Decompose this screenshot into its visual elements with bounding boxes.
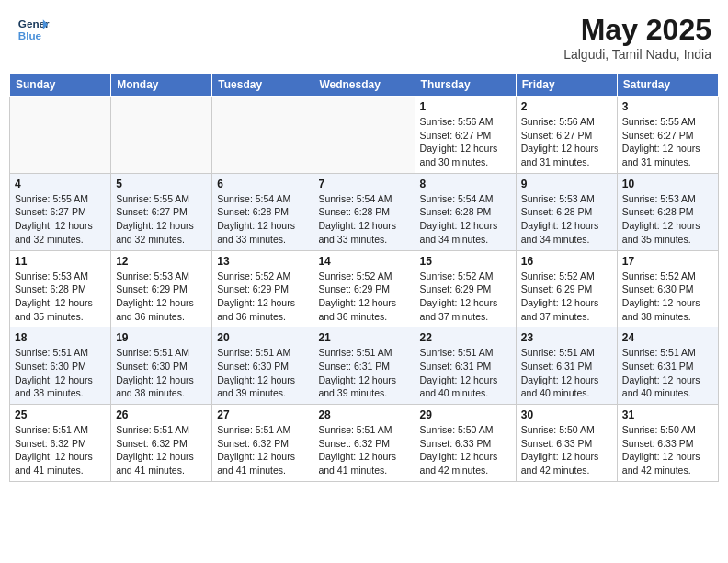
day-cell: 19Sunrise: 5:51 AM Sunset: 6:30 PM Dayli…: [111, 327, 212, 405]
day-cell: 30Sunrise: 5:50 AM Sunset: 6:33 PM Dayli…: [516, 405, 617, 482]
day-info: Sunrise: 5:55 AM Sunset: 6:27 PM Dayligh…: [15, 192, 106, 247]
day-info: Sunrise: 5:51 AM Sunset: 6:32 PM Dayligh…: [217, 423, 308, 477]
day-info: Sunrise: 5:56 AM Sunset: 6:27 PM Dayligh…: [420, 115, 511, 169]
logo: General Blue: [17, 13, 50, 46]
day-info: Sunrise: 5:55 AM Sunset: 6:27 PM Dayligh…: [622, 115, 713, 169]
day-cell: 14Sunrise: 5:52 AM Sunset: 6:29 PM Dayli…: [313, 250, 415, 327]
weekday-header-monday: Monday: [111, 74, 212, 97]
day-number: 16: [521, 255, 612, 268]
day-cell: [313, 97, 415, 174]
day-cell: [111, 97, 212, 174]
day-number: 30: [521, 408, 612, 421]
title-block: May 2025 Lalgudi, Tamil Nadu, India: [563, 13, 711, 62]
day-number: 20: [217, 331, 308, 344]
day-number: 13: [217, 255, 308, 268]
day-number: 24: [622, 331, 713, 344]
day-number: 17: [622, 255, 713, 268]
day-number: 6: [217, 178, 308, 190]
day-cell: 10Sunrise: 5:53 AM Sunset: 6:28 PM Dayli…: [617, 173, 718, 250]
weekday-header-friday: Friday: [516, 74, 617, 97]
month-title: May 2025: [563, 13, 711, 47]
day-number: 3: [622, 100, 713, 113]
day-cell: 29Sunrise: 5:50 AM Sunset: 6:33 PM Dayli…: [415, 405, 516, 482]
day-cell: [212, 97, 313, 174]
day-cell: 11Sunrise: 5:53 AM Sunset: 6:28 PM Dayli…: [10, 250, 111, 327]
day-cell: 2Sunrise: 5:56 AM Sunset: 6:27 PM Daylig…: [516, 97, 617, 174]
day-info: Sunrise: 5:54 AM Sunset: 6:28 PM Dayligh…: [217, 192, 308, 247]
day-info: Sunrise: 5:51 AM Sunset: 6:30 PM Dayligh…: [217, 346, 308, 400]
day-cell: 8Sunrise: 5:54 AM Sunset: 6:28 PM Daylig…: [415, 173, 516, 250]
day-number: 14: [318, 255, 409, 268]
day-info: Sunrise: 5:52 AM Sunset: 6:29 PM Dayligh…: [318, 270, 409, 324]
day-number: 23: [521, 331, 612, 344]
day-cell: 17Sunrise: 5:52 AM Sunset: 6:30 PM Dayli…: [617, 250, 718, 327]
day-cell: 23Sunrise: 5:51 AM Sunset: 6:31 PM Dayli…: [516, 327, 617, 405]
day-number: 18: [15, 331, 106, 344]
day-cell: 18Sunrise: 5:51 AM Sunset: 6:30 PM Dayli…: [10, 327, 111, 405]
day-info: Sunrise: 5:51 AM Sunset: 6:32 PM Dayligh…: [318, 423, 409, 477]
day-cell: 7Sunrise: 5:54 AM Sunset: 6:28 PM Daylig…: [313, 173, 415, 250]
day-cell: 4Sunrise: 5:55 AM Sunset: 6:27 PM Daylig…: [10, 173, 111, 250]
day-number: 15: [420, 255, 511, 268]
day-info: Sunrise: 5:50 AM Sunset: 6:33 PM Dayligh…: [622, 423, 713, 477]
day-number: 7: [318, 178, 409, 190]
day-cell: 21Sunrise: 5:51 AM Sunset: 6:31 PM Dayli…: [313, 327, 415, 405]
day-cell: 13Sunrise: 5:52 AM Sunset: 6:29 PM Dayli…: [212, 250, 313, 327]
day-info: Sunrise: 5:53 AM Sunset: 6:28 PM Dayligh…: [521, 192, 612, 247]
weekday-header-row: SundayMondayTuesdayWednesdayThursdayFrid…: [10, 74, 719, 97]
day-number: 27: [217, 408, 308, 421]
week-row-3: 11Sunrise: 5:53 AM Sunset: 6:28 PM Dayli…: [10, 250, 719, 327]
day-number: 21: [318, 331, 409, 344]
day-info: Sunrise: 5:54 AM Sunset: 6:28 PM Dayligh…: [318, 192, 409, 247]
day-number: 11: [15, 255, 106, 268]
day-number: 22: [420, 331, 511, 344]
day-info: Sunrise: 5:51 AM Sunset: 6:30 PM Dayligh…: [116, 346, 207, 400]
day-cell: 28Sunrise: 5:51 AM Sunset: 6:32 PM Dayli…: [313, 405, 415, 482]
weekday-header-thursday: Thursday: [415, 74, 516, 97]
day-cell: 3Sunrise: 5:55 AM Sunset: 6:27 PM Daylig…: [617, 97, 718, 174]
day-info: Sunrise: 5:50 AM Sunset: 6:33 PM Dayligh…: [521, 423, 612, 477]
weekday-header-tuesday: Tuesday: [212, 74, 313, 97]
weekday-header-sunday: Sunday: [10, 74, 111, 97]
day-info: Sunrise: 5:51 AM Sunset: 6:31 PM Dayligh…: [420, 346, 511, 400]
day-cell: 6Sunrise: 5:54 AM Sunset: 6:28 PM Daylig…: [212, 173, 313, 250]
day-info: Sunrise: 5:51 AM Sunset: 6:32 PM Dayligh…: [15, 423, 106, 477]
calendar-table: SundayMondayTuesdayWednesdayThursdayFrid…: [9, 73, 719, 482]
day-info: Sunrise: 5:52 AM Sunset: 6:29 PM Dayligh…: [420, 270, 511, 324]
day-info: Sunrise: 5:51 AM Sunset: 6:31 PM Dayligh…: [622, 346, 713, 400]
day-info: Sunrise: 5:54 AM Sunset: 6:28 PM Dayligh…: [420, 192, 511, 247]
week-row-1: 1Sunrise: 5:56 AM Sunset: 6:27 PM Daylig…: [10, 97, 719, 174]
day-info: Sunrise: 5:52 AM Sunset: 6:29 PM Dayligh…: [521, 270, 612, 324]
day-number: 4: [15, 178, 106, 190]
day-cell: 9Sunrise: 5:53 AM Sunset: 6:28 PM Daylig…: [516, 173, 617, 250]
weekday-header-saturday: Saturday: [617, 74, 718, 97]
day-cell: 1Sunrise: 5:56 AM Sunset: 6:27 PM Daylig…: [415, 97, 516, 174]
day-number: 5: [116, 178, 207, 190]
week-row-4: 18Sunrise: 5:51 AM Sunset: 6:30 PM Dayli…: [10, 327, 719, 405]
day-cell: 24Sunrise: 5:51 AM Sunset: 6:31 PM Dayli…: [617, 327, 718, 405]
weekday-header-wednesday: Wednesday: [313, 74, 415, 97]
day-info: Sunrise: 5:51 AM Sunset: 6:30 PM Dayligh…: [15, 346, 106, 400]
svg-text:Blue: Blue: [18, 29, 42, 41]
day-info: Sunrise: 5:53 AM Sunset: 6:28 PM Dayligh…: [15, 270, 106, 324]
day-cell: 12Sunrise: 5:53 AM Sunset: 6:29 PM Dayli…: [111, 250, 212, 327]
week-row-2: 4Sunrise: 5:55 AM Sunset: 6:27 PM Daylig…: [10, 173, 719, 250]
day-info: Sunrise: 5:52 AM Sunset: 6:29 PM Dayligh…: [217, 270, 308, 324]
day-number: 12: [116, 255, 207, 268]
day-number: 10: [622, 178, 713, 190]
day-cell: 20Sunrise: 5:51 AM Sunset: 6:30 PM Dayli…: [212, 327, 313, 405]
day-number: 25: [15, 408, 106, 421]
day-number: 19: [116, 331, 207, 344]
day-info: Sunrise: 5:56 AM Sunset: 6:27 PM Dayligh…: [521, 115, 612, 169]
day-info: Sunrise: 5:53 AM Sunset: 6:28 PM Dayligh…: [622, 192, 713, 247]
day-cell: 5Sunrise: 5:55 AM Sunset: 6:27 PM Daylig…: [111, 173, 212, 250]
day-info: Sunrise: 5:51 AM Sunset: 6:32 PM Dayligh…: [116, 423, 207, 477]
day-cell: 25Sunrise: 5:51 AM Sunset: 6:32 PM Dayli…: [10, 405, 111, 482]
day-number: 9: [521, 178, 612, 190]
day-number: 1: [420, 100, 511, 113]
day-cell: 22Sunrise: 5:51 AM Sunset: 6:31 PM Dayli…: [415, 327, 516, 405]
week-row-5: 25Sunrise: 5:51 AM Sunset: 6:32 PM Dayli…: [10, 405, 719, 482]
day-cell: 15Sunrise: 5:52 AM Sunset: 6:29 PM Dayli…: [415, 250, 516, 327]
day-number: 8: [420, 178, 511, 190]
day-number: 31: [622, 408, 713, 421]
